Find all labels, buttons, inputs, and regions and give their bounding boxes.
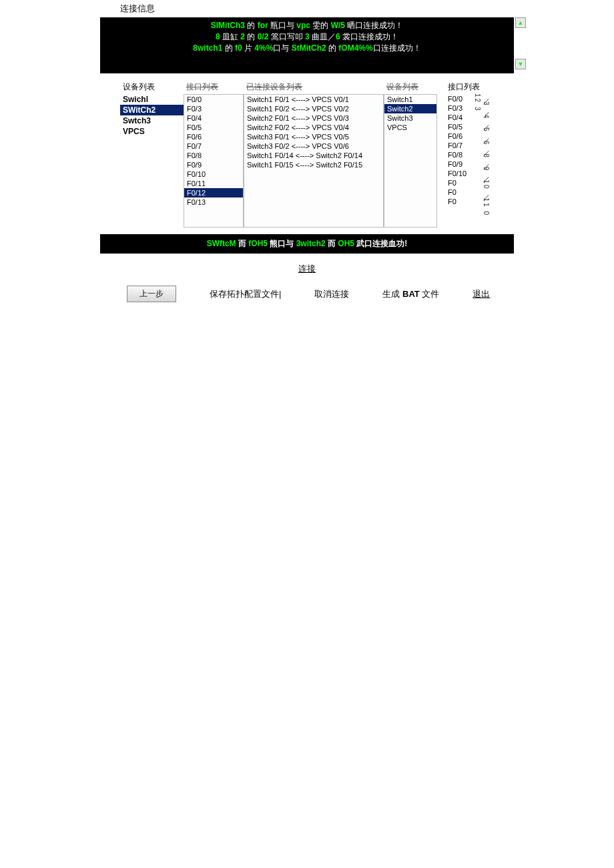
device-listbox-left[interactable]: SwichlSWitCh2Swtch3VPCS [120, 94, 184, 228]
gen-bat-bold: BAT [402, 289, 420, 299]
list-item[interactable]: F0/12 [184, 188, 243, 197]
list-item[interactable]: F0/0 [184, 95, 243, 104]
gen-bat-prefix: 生成 [382, 289, 402, 299]
list-item[interactable]: F0/5 [184, 123, 243, 132]
list-item[interactable]: Switch3 F0/2 <----> VPCS V0/6 [244, 141, 383, 151]
device-list-right-header: 设备列表 [384, 80, 437, 94]
list-item[interactable]: Switch1 F0/1 <----> VPCS V0/1 [244, 95, 383, 104]
list-item[interactable]: Switch2 F0/1 <----> VPCS V0/3 [244, 113, 383, 123]
list-item[interactable]: F0/7 [184, 141, 243, 151]
list-item[interactable]: VPCS [120, 126, 184, 137]
cancel-connection-button[interactable]: 取消连接 [314, 288, 349, 300]
list-item[interactable]: Switch1 F0/2 <----> VPCS V0/2 [244, 104, 383, 113]
gen-bat-button[interactable]: 生成 BAT 文件 [382, 288, 439, 300]
list-item[interactable]: F0/8 [184, 151, 243, 160]
device-list-left-header: 设备列表 [120, 80, 184, 94]
gen-bat-suffix: 文件 [420, 289, 440, 299]
list-item[interactable]: Switch1 F0/15 <----> Switch2 F0/15 [244, 160, 383, 169]
list-item[interactable]: F0/13 [184, 197, 243, 207]
lists-row: 设备列表 SwichlSWitCh2Swtch3VPCS 接口列表 F0/0F0… [0, 73, 614, 234]
list-item[interactable]: Switch2 F0/2 <----> VPCS V0/4 [244, 123, 383, 132]
list-item[interactable]: VPCS [384, 123, 436, 132]
log-line: SIMitCh3 的 for 瓶口与 vpc 雯的 W/5 晒口连接成功！ [100, 20, 514, 31]
port-list-right-header: 接口列表 [445, 80, 485, 94]
list-item[interactable]: Swtch3 [120, 115, 184, 126]
connection-info-label: 连接信息 [0, 0, 614, 17]
save-topo-button[interactable]: 保存拓扑配置文件| [210, 288, 281, 300]
list-item[interactable]: Switch2 [384, 104, 436, 113]
connected-listbox[interactable]: Switch1 F0/1 <----> VPCS V0/1Switch1 F0/… [244, 94, 384, 228]
connect-button[interactable]: 连接 [298, 264, 316, 274]
list-item[interactable]: Swichl [120, 94, 184, 105]
scroll-down-button[interactable]: ▼ [515, 59, 526, 69]
log-panel: SIMitCh3 的 for 瓶口与 vpc 雯的 W/5 晒口连接成功！8 皿… [100, 17, 514, 73]
list-item[interactable]: F0/9 [184, 160, 243, 169]
port-listbox-left[interactable]: F0/0F0/3F0/4F0/5F0/6F0/7F0/8F0/9F0/10F0/… [184, 94, 244, 228]
status-bar: SWftcM 而 fOH5 熊口与 3witch2 而 OH5 武口连接血功! [100, 234, 514, 254]
prev-button[interactable]: 上一步 [127, 286, 176, 302]
list-item[interactable]: Switch3 [384, 113, 436, 123]
connected-list-header: 已连接设备列表 [244, 80, 384, 94]
list-item[interactable]: F0/6 [184, 132, 243, 141]
list-item[interactable]: F0/10 [184, 169, 243, 179]
list-item[interactable]: F0/3 [184, 104, 243, 113]
list-item[interactable]: Switch3 F0/1 <----> VPCS V0/5 [244, 132, 383, 141]
list-item[interactable]: Switch1 [384, 95, 436, 104]
list-item[interactable]: F0/11 [184, 179, 243, 188]
list-item[interactable]: Switch1 F0/14 <----> Switch2 F0/14 [244, 151, 383, 160]
list-item[interactable]: F0/4 [184, 113, 243, 123]
list-item[interactable]: SWitCh2 [120, 105, 184, 115]
exit-button[interactable]: 退出 [473, 288, 490, 300]
port-list-left-header: 接口列表 [184, 80, 244, 94]
vertical-numbers: ／3／4／5／6／8／9／10／11 0 12 3 [474, 93, 491, 228]
log-line: 8witch1 的 f0 片 4%%口与 StMitCh2 的 fOM4%%口连… [100, 43, 514, 54]
device-listbox-right[interactable]: Switch1Switch2Switch3VPCS [384, 94, 437, 228]
scroll-up-button[interactable]: ▲ [515, 17, 526, 28]
log-line: 8 皿缸 2 的 0/2 篙口写叩 3 曲皿／6 裳口连接成功！ [100, 31, 514, 43]
